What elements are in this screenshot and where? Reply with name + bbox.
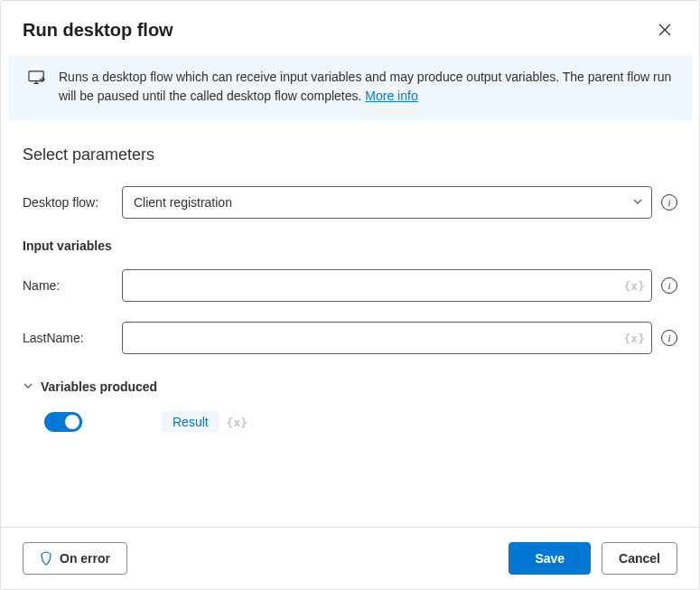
info-banner: Runs a desktop flow which can receive in… xyxy=(8,55,692,120)
footer-right-group: Save Cancel xyxy=(509,542,677,575)
on-error-button[interactable]: On error xyxy=(23,542,127,575)
result-toggle[interactable] xyxy=(44,412,82,432)
more-info-link[interactable]: More info xyxy=(365,89,417,103)
variables-produced-toggle-row[interactable]: Variables produced xyxy=(23,379,677,394)
field-lastname: LastName: {x} i xyxy=(23,322,677,354)
result-variable-chip[interactable]: Result xyxy=(162,411,219,433)
info-banner-text: Runs a desktop flow which can receive in… xyxy=(59,68,672,106)
shield-icon xyxy=(40,551,52,566)
result-chip-group: Result {x} xyxy=(162,415,247,429)
close-button[interactable] xyxy=(652,17,677,42)
info-icon[interactable]: i xyxy=(661,194,677,211)
input-variables-title: Input variables xyxy=(23,239,677,253)
cancel-button[interactable]: Cancel xyxy=(602,542,677,575)
variable-token-icon: {x} xyxy=(227,416,247,429)
dialog-title: Run desktop flow xyxy=(23,20,173,41)
info-icon[interactable]: i xyxy=(661,330,677,346)
desktop-flow-label: Desktop flow: xyxy=(23,195,113,210)
variables-produced-title: Variables produced xyxy=(41,379,157,394)
info-icon[interactable]: i xyxy=(661,277,677,294)
name-label: Name: xyxy=(23,278,113,293)
name-input-wrap: {x} xyxy=(122,269,652,302)
dialog-content: Select parameters Desktop flow: Client r… xyxy=(1,120,699,527)
desktop-flow-select-wrap: Client registration xyxy=(122,186,652,219)
variables-produced-item: Result {x} xyxy=(23,412,677,432)
save-button[interactable]: Save xyxy=(509,542,591,575)
lastname-label: LastName: xyxy=(23,331,113,345)
desktop-flow-selected-value: Client registration xyxy=(134,195,232,210)
lastname-input-wrap: {x} xyxy=(122,322,652,354)
name-input[interactable] xyxy=(122,269,652,302)
dialog-run-desktop-flow: Run desktop flow Runs a desktop flow whi… xyxy=(0,0,700,590)
dialog-header: Run desktop flow xyxy=(1,1,699,55)
field-name: Name: {x} i xyxy=(23,269,677,302)
dialog-footer: On error Save Cancel xyxy=(1,527,699,589)
lastname-input[interactable] xyxy=(122,322,652,354)
close-icon xyxy=(658,23,671,36)
desktop-flow-select[interactable]: Client registration xyxy=(122,186,652,219)
desktop-flow-icon xyxy=(28,70,46,106)
field-desktop-flow: Desktop flow: Client registration i xyxy=(23,186,677,219)
section-title-select-parameters: Select parameters xyxy=(23,145,677,164)
chevron-down-icon xyxy=(23,379,33,394)
on-error-label: On error xyxy=(60,551,110,566)
